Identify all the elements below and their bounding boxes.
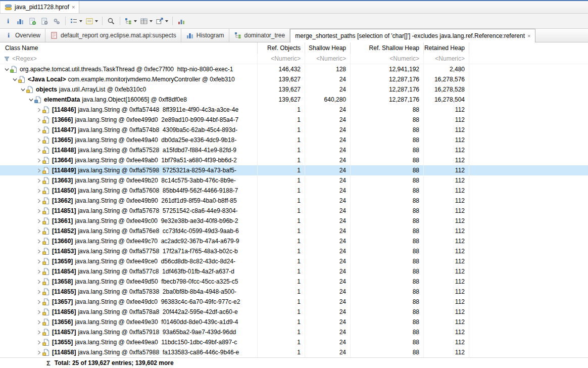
dropdown-arrow-icon[interactable] [79, 20, 82, 22]
table-row[interactable]: [13662]java.lang.String @ 0xfee49b90 261… [0, 196, 588, 206]
table-row[interactable]: [13665]java.lang.String @ 0xfee49a40 db0… [0, 135, 588, 145]
table-row[interactable]: org.apache.tomcat.util.threads.TaskThrea… [0, 64, 588, 74]
chevron-expanded-icon[interactable] [11, 77, 18, 82]
chevron-collapsed-icon[interactable] [35, 178, 42, 183]
histogram-icon[interactable] [15, 16, 26, 27]
table-row[interactable]: [114851]java.lang.String @ 0xffa57678 57… [0, 206, 588, 216]
chevron-collapsed-icon[interactable] [35, 219, 42, 223]
chevron-collapsed-icon[interactable] [35, 209, 42, 213]
numeric-filter-cell[interactable]: <Numeric> [424, 54, 469, 64]
export-dropdown[interactable] [155, 16, 169, 27]
column-header-ref-shallow-heap[interactable]: Ref. Shallow Heap [351, 42, 424, 54]
table-row[interactable]: [114849]java.lang.String @ 0xffa57598 57… [0, 165, 588, 175]
numeric-filter-cell[interactable]: <Numeric> [351, 54, 424, 64]
table-row[interactable]: [114852]java.lang.String @ 0xffa576e8 cc… [0, 226, 588, 236]
chevron-collapsed-icon[interactable] [35, 229, 42, 234]
column-header-retained-heap[interactable]: Retained Heap [424, 42, 469, 54]
chevron-collapsed-icon[interactable] [35, 158, 42, 163]
numeric-filter-cell[interactable]: <Numeric> [305, 54, 351, 64]
field-name: [13660] [52, 238, 73, 245]
dropdown-arrow-icon[interactable] [95, 20, 98, 22]
dropdown-arrow-icon[interactable] [134, 20, 137, 22]
grouping-dropdown[interactable] [69, 16, 83, 27]
editor-tab-hprof[interactable]: java_pid11728.hprof × [0, 1, 79, 13]
table-row[interactable]: [114846]java.lang.String @ 0xffa57448 8f… [0, 105, 588, 115]
chevron-collapsed-icon[interactable] [35, 138, 42, 143]
chevron-collapsed-icon[interactable] [35, 199, 42, 203]
run-expert-report-icon[interactable] [39, 16, 50, 27]
regex-filter-cell[interactable]: <Regex> [0, 54, 258, 64]
chevron-collapsed-icon[interactable] [35, 320, 42, 325]
chevron-collapsed-icon[interactable] [35, 128, 42, 132]
chevron-expanded-icon[interactable] [3, 67, 10, 72]
table-row[interactable]: [13657]java.lang.String @ 0xfee49dc0 963… [0, 297, 588, 307]
calculate-retained-dropdown[interactable] [84, 16, 99, 27]
thread-view-dropdown[interactable] [123, 16, 138, 27]
chevron-collapsed-icon[interactable] [35, 310, 42, 314]
table-row[interactable]: [13664]java.lang.String @ 0xfee49ab0 1bf… [0, 155, 588, 165]
column-header-ref-objects[interactable]: Ref. Objects [258, 42, 305, 54]
chevron-expanded-icon[interactable] [27, 98, 34, 102]
table-row[interactable]: objectsjava.util.ArrayList @ 0xfeb310c01… [0, 84, 588, 95]
chevron-collapsed-icon[interactable] [35, 108, 42, 112]
table-row[interactable]: [114855]java.lang.String @ 0xffa57838 2b… [0, 287, 588, 297]
value-cell: 88 [351, 327, 424, 337]
close-icon[interactable]: × [72, 5, 75, 10]
table-row[interactable]: [13659]java.lang.String @ 0xfee49ce0 d56… [0, 256, 588, 266]
create-report-icon[interactable] [27, 16, 38, 27]
table-row[interactable]: [13666]java.lang.String @ 0xfee499d0 2e8… [0, 115, 588, 125]
table-row[interactable]: [13656]java.lang.String @ 0xfee49e30 f01… [0, 317, 588, 327]
view-tab-4[interactable]: merge_shortest_paths [selection of 'char… [290, 29, 535, 42]
close-icon[interactable]: × [527, 33, 530, 39]
table-row[interactable]: [13660]java.lang.String @ 0xfee49c70 ac2… [0, 236, 588, 246]
value-cell: 1 [258, 307, 305, 317]
value-cell: 112 [424, 327, 469, 337]
view-tab-2[interactable]: Histogram [181, 29, 229, 42]
numeric-filter-cell[interactable]: <Numeric> [258, 54, 305, 64]
table-row[interactable]: [13663]java.lang.String @ 0xfee49b20 8c1… [0, 175, 588, 186]
table-row[interactable]: [114854]java.lang.String @ 0xffa577c8 1d… [0, 266, 588, 277]
chevron-collapsed-icon[interactable] [35, 259, 42, 264]
column-header-shallow-heap[interactable]: Shallow Heap [305, 42, 351, 54]
table-row[interactable]: [13655]java.lang.String @ 0xfee49ea0 11b… [0, 337, 588, 347]
chevron-collapsed-icon[interactable] [35, 290, 42, 294]
dropdown-arrow-icon[interactable] [150, 20, 153, 22]
column-header-class-name[interactable]: Class Name [0, 42, 258, 54]
chevron-collapsed-icon[interactable] [35, 189, 42, 193]
view-tab-1[interactable]: default_report org.eclipse.mat.api:suspe… [45, 29, 181, 42]
table-row[interactable]: [114848]java.lang.String @ 0xffa57528 a1… [0, 145, 588, 155]
class-name-text: java.lang.String @ 0xffa57838 2ba0bf8b-8… [78, 288, 236, 295]
table-row[interactable]: [114847]java.lang.String @ 0xffa574b8 43… [0, 125, 588, 135]
chevron-collapsed-icon[interactable] [35, 300, 42, 304]
view-tab-3[interactable]: dominator_tree [229, 29, 290, 42]
table-row[interactable]: [114857]java.lang.String @ 0xffa57918 93… [0, 327, 588, 337]
editor-tabbar: java_pid11728.hprof × [0, 1, 588, 14]
value-cell: 112 [424, 135, 469, 145]
table-row[interactable]: [13658]java.lang.String @ 0xfee49d50 fbe… [0, 277, 588, 287]
chevron-collapsed-icon[interactable] [35, 330, 42, 335]
table-row[interactable]: [114858]java.lang.String @ 0xffa57988 fa… [0, 347, 588, 357]
statistics-icon[interactable] [176, 16, 187, 27]
table-row[interactable]: <Java Local>com.example.monitorjvmdemo.M… [0, 74, 588, 84]
chevron-collapsed-icon[interactable] [35, 168, 42, 173]
chevron-collapsed-icon[interactable] [35, 148, 42, 153]
chevron-collapsed-icon[interactable] [35, 269, 42, 274]
chevron-collapsed-icon[interactable] [35, 280, 42, 284]
chevron-collapsed-icon[interactable] [35, 118, 42, 122]
table-row[interactable]: [114853]java.lang.String @ 0xffa57758 17… [0, 246, 588, 256]
chevron-collapsed-icon[interactable] [35, 350, 42, 355]
table-row[interactable]: elementDatajava.lang.Object[160065] @ 0x… [0, 95, 588, 105]
table-row[interactable]: [13661]java.lang.String @ 0xfee49c00 9e3… [0, 216, 588, 226]
dropdown-arrow-icon[interactable] [165, 20, 168, 22]
view-tab-0[interactable]: iOverview [0, 29, 45, 42]
search-icon[interactable] [106, 16, 117, 27]
table-row[interactable]: [114850]java.lang.String @ 0xffa57608 85… [0, 186, 588, 196]
chevron-collapsed-icon[interactable] [35, 239, 42, 244]
chevron-expanded-icon[interactable] [19, 87, 26, 92]
info-icon[interactable]: i [3, 16, 14, 27]
chevron-collapsed-icon[interactable] [35, 249, 42, 254]
table-row[interactable]: [114856]java.lang.String @ 0xffa578a8 20… [0, 307, 588, 317]
customize-table-dropdown[interactable] [139, 16, 154, 27]
chevron-collapsed-icon[interactable] [35, 340, 42, 345]
gears-icon[interactable] [51, 16, 62, 27]
